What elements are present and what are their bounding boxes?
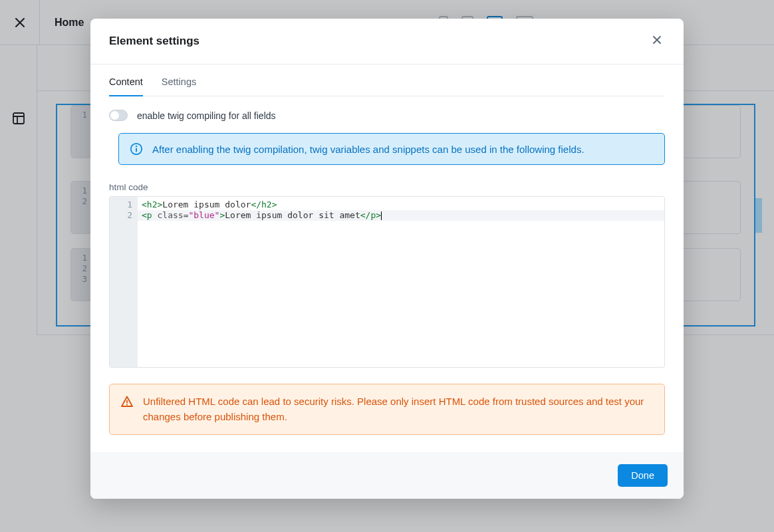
modal-footer: Done (90, 452, 684, 499)
svg-rect-3 (136, 148, 137, 152)
info-icon (130, 142, 143, 156)
modal-title: Element settings (109, 35, 199, 48)
warning-icon (120, 395, 134, 408)
warning-banner: Unfiltered HTML code can lead to securit… (109, 384, 665, 435)
info-text: After enabling the twig compilation, twi… (152, 144, 584, 155)
code-area[interactable]: <h2>Lorem ipsum dolor</h2> <p class="blu… (138, 197, 664, 367)
close-icon (652, 35, 662, 45)
twig-toggle-row: enable twig compiling for all fields (109, 110, 665, 121)
text-cursor (381, 211, 382, 220)
done-button[interactable]: Done (618, 464, 668, 487)
tabs: Content Settings (109, 76, 665, 96)
gutter: 1 2 (110, 197, 138, 367)
modal-close-button[interactable] (649, 32, 665, 51)
element-settings-modal: Element settings Content Settings enable… (90, 19, 684, 499)
html-code-editor[interactable]: 1 2 <h2>Lorem ipsum dolor</h2> <p class=… (109, 196, 665, 368)
svg-point-2 (136, 146, 137, 147)
tab-settings[interactable]: Settings (162, 76, 196, 96)
svg-rect-4 (126, 400, 128, 404)
warning-text: Unfiltered HTML code can lead to securit… (143, 394, 654, 425)
twig-toggle[interactable] (109, 110, 128, 121)
modal-header: Element settings (90, 19, 684, 65)
twig-toggle-label: enable twig compiling for all fields (137, 110, 276, 121)
svg-point-5 (126, 404, 128, 405)
html-code-label: html code (109, 182, 665, 192)
modal-body: Content Settings enable twig compiling f… (90, 76, 684, 452)
info-banner: After enabling the twig compilation, twi… (118, 133, 665, 165)
tab-content[interactable]: Content (109, 76, 143, 96)
